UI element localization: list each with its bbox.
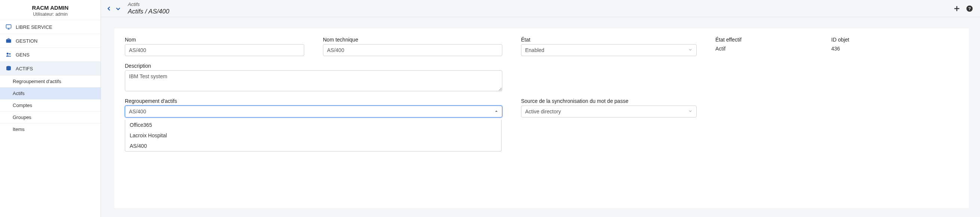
breadcrumb-path: Actifs / AS/400 (128, 8, 169, 15)
breadcrumb-section: Actifs (128, 2, 169, 8)
users-icon (5, 52, 12, 57)
sidebar-item-libre-service[interactable]: LIBRE SERVICE (0, 20, 100, 34)
nom-label: Nom (125, 37, 304, 43)
nav-arrows (105, 5, 122, 12)
sidebar-header: RACM ADMIN Utilisateur: admin (0, 0, 100, 20)
dropdown-option[interactable]: AS/400 (125, 141, 501, 151)
database-icon (5, 65, 12, 72)
help-button[interactable]: ? (964, 3, 975, 14)
sidebar-item-actifs[interactable]: ACTIFS (0, 61, 100, 75)
chevron-down-icon (688, 48, 692, 53)
svg-text:?: ? (968, 6, 970, 11)
source-sync-value: Active directory (525, 108, 561, 115)
sidebar-item-label: ACTIFS (16, 66, 33, 72)
topbar: Actifs Actifs / AS/400 ? (101, 0, 980, 17)
field-regroupement: Regroupement d'actifs AS/400 Office365 L… (125, 98, 502, 118)
sidebar-item-gestion[interactable]: GESTION (0, 34, 100, 48)
regroupement-combobox[interactable]: AS/400 (125, 105, 502, 118)
source-sync-select[interactable]: Active directory (521, 105, 697, 118)
content-wrap: Nom Nom technique État Enabled (101, 17, 980, 217)
nom-input[interactable] (125, 44, 304, 56)
description-label: Description (125, 63, 502, 69)
etat-select[interactable]: Enabled (521, 44, 697, 56)
sidebar-subnav-actifs: Regroupement d'actifs Actifs Comptes Gro… (0, 75, 100, 135)
field-etat-effectif: État effectif Actif (715, 37, 813, 52)
field-description: Description (125, 63, 502, 91)
sidebar-subitem-groupes[interactable]: Groupes (0, 111, 100, 123)
add-button[interactable] (951, 3, 962, 14)
regroupement-value: AS/400 (129, 108, 146, 115)
etat-label: État (521, 37, 697, 43)
monitor-icon (5, 24, 12, 30)
sidebar-subitem-items[interactable]: Items (0, 123, 100, 135)
field-etat: État Enabled (521, 37, 697, 56)
sidebar-item-label: LIBRE SERVICE (16, 24, 52, 30)
etat-effectif-label: État effectif (715, 37, 813, 43)
sidebar-subitem-comptes[interactable]: Comptes (0, 99, 100, 111)
field-source-sync: Source de la synchronisation du mot de p… (521, 98, 697, 118)
source-sync-label: Source de la synchronisation du mot de p… (521, 98, 697, 104)
current-user-label: Utilisateur: admin (6, 11, 95, 17)
chevron-down-icon (688, 109, 692, 115)
nom-technique-label: Nom technique (323, 37, 502, 43)
caret-up-icon (495, 109, 498, 114)
sidebar-item-label: GENS (16, 52, 30, 57)
sidebar-item-gens[interactable]: GENS (0, 48, 100, 61)
sidebar-item-label: GESTION (16, 38, 38, 44)
sidebar: RACM ADMIN Utilisateur: admin LIBRE SERV… (0, 0, 101, 217)
app-title: RACM ADMIN (6, 5, 95, 11)
regroupement-dropdown[interactable]: Office365 Lacroix Hospital AS/400 (125, 120, 501, 152)
detail-panel: Nom Nom technique État Enabled (115, 29, 969, 208)
field-nom: Nom (125, 37, 304, 56)
etat-value: Enabled (525, 47, 544, 53)
svg-point-3 (7, 53, 9, 54)
etat-effectif-value: Actif (715, 46, 813, 52)
sidebar-subitem-regroupement[interactable]: Regroupement d'actifs (0, 75, 100, 87)
svg-rect-0 (6, 25, 11, 28)
briefcase-icon (5, 38, 12, 44)
sidebar-subitem-actifs[interactable]: Actifs (0, 87, 100, 99)
nom-technique-input[interactable] (323, 44, 502, 56)
description-textarea[interactable] (125, 70, 502, 91)
id-objet-label: ID objet (831, 37, 876, 43)
dropdown-option[interactable]: Lacroix Hospital (125, 130, 501, 141)
id-objet-value: 436 (831, 46, 876, 52)
breadcrumb: Actifs Actifs / AS/400 (128, 2, 169, 16)
regroupement-label: Regroupement d'actifs (125, 98, 502, 104)
svg-point-4 (9, 53, 11, 54)
main-area: Actifs Actifs / AS/400 ? Nom Nom techniq… (101, 0, 980, 217)
down-button[interactable] (115, 5, 122, 12)
dropdown-option[interactable]: Office365 (125, 120, 501, 130)
svg-marker-10 (495, 110, 498, 112)
field-nom-technique: Nom technique (323, 37, 502, 56)
back-button[interactable] (105, 5, 113, 12)
field-id-objet: ID objet 436 (831, 37, 876, 52)
